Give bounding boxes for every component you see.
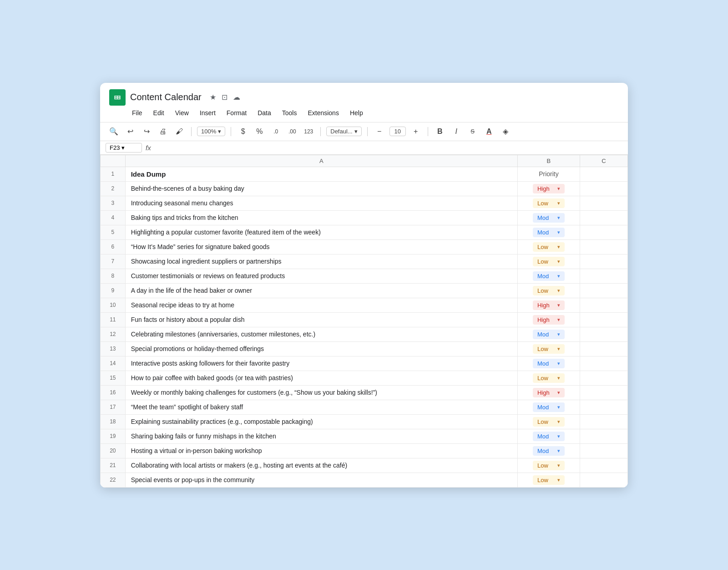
cell-a-20[interactable]: Hosting a virtual or in-person baking wo… <box>125 443 517 458</box>
cell-c-5[interactable] <box>580 225 627 239</box>
zoom-control[interactable]: 100% ▾ <box>197 127 225 136</box>
cell-b-11[interactable]: High▾ <box>518 312 580 327</box>
menu-item-format[interactable]: Format <box>222 107 251 118</box>
cell-a-19[interactable]: Sharing baking fails or funny mishaps in… <box>125 429 517 443</box>
cell-c-18[interactable] <box>580 414 627 429</box>
cell-a-18[interactable]: Explaining sustainability practices (e.g… <box>125 414 517 429</box>
cell-b-7[interactable]: Low▾ <box>518 254 580 269</box>
menu-item-edit[interactable]: Edit <box>149 107 169 118</box>
cell-a-9[interactable]: A day in the life of the head baker or o… <box>125 283 517 298</box>
cell-b-16[interactable]: High▾ <box>518 385 580 400</box>
font-selector[interactable]: Defaul... ▾ <box>326 127 361 136</box>
cell-c-12[interactable] <box>580 327 627 341</box>
priority-badge[interactable]: Mod▾ <box>533 271 565 281</box>
priority-badge[interactable]: Low▾ <box>533 417 565 427</box>
print-icon[interactable]: 🖨 <box>157 125 169 138</box>
cell-c-7[interactable] <box>580 254 627 269</box>
priority-dropdown-arrow[interactable]: ▾ <box>557 200 560 206</box>
priority-badge[interactable]: Low▾ <box>533 257 565 266</box>
cell-c-22[interactable] <box>580 473 627 487</box>
priority-badge[interactable]: Mod▾ <box>533 446 565 456</box>
priority-dropdown-arrow[interactable]: ▾ <box>557 448 560 454</box>
cell-a-21[interactable]: Collaborating with local artists or make… <box>125 458 517 473</box>
cell-b-12[interactable]: Mod▾ <box>518 327 580 341</box>
decimal-less-icon[interactable]: .0 <box>269 125 282 138</box>
cell-c-10[interactable] <box>580 298 627 312</box>
col-c-header[interactable]: C <box>580 155 627 167</box>
cell-c-17[interactable] <box>580 400 627 414</box>
cell-b-2[interactable]: High▾ <box>518 181 580 196</box>
cell-a-11[interactable]: Fun facts or history about a popular dis… <box>125 312 517 327</box>
col-a-header[interactable]: A <box>125 155 517 167</box>
priority-dropdown-arrow[interactable]: ▾ <box>557 419 560 425</box>
priority-badge[interactable]: Mod▾ <box>533 432 565 441</box>
cell-a-13[interactable]: Special promotions or holiday-themed off… <box>125 341 517 356</box>
priority-dropdown-arrow[interactable]: ▾ <box>557 375 560 381</box>
priority-badge[interactable]: Low▾ <box>533 242 565 252</box>
priority-badge[interactable]: Mod▾ <box>533 402 565 412</box>
cell-c-15[interactable] <box>580 371 627 385</box>
cell-c-3[interactable] <box>580 196 627 210</box>
cell-c-8[interactable] <box>580 269 627 283</box>
priority-dropdown-arrow[interactable]: ▾ <box>557 288 560 294</box>
priority-dropdown-arrow[interactable]: ▾ <box>557 404 560 410</box>
cell-b-1[interactable]: Priority <box>518 167 580 181</box>
cell-b-13[interactable]: Low▾ <box>518 341 580 356</box>
priority-badge[interactable]: Low▾ <box>533 461 565 470</box>
font-increase-icon[interactable]: + <box>410 125 422 138</box>
paint-format-icon[interactable]: 🖌 <box>173 125 186 138</box>
italic-button[interactable]: I <box>450 125 463 138</box>
cell-b-5[interactable]: Mod▾ <box>518 225 580 239</box>
priority-badge[interactable]: Low▾ <box>533 286 565 295</box>
search-icon[interactable]: 🔍 <box>107 125 120 138</box>
priority-dropdown-arrow[interactable]: ▾ <box>557 390 560 396</box>
priority-badge[interactable]: Mod▾ <box>533 213 565 223</box>
cell-b-6[interactable]: Low▾ <box>518 239 580 254</box>
cell-a-17[interactable]: “Meet the team” spotlight of bakery staf… <box>125 400 517 414</box>
font-decrease-icon[interactable]: − <box>373 125 386 138</box>
cloud-icon[interactable]: ☁ <box>233 93 240 102</box>
priority-badge[interactable]: Low▾ <box>533 373 565 383</box>
cell-b-15[interactable]: Low▾ <box>518 371 580 385</box>
priority-dropdown-arrow[interactable]: ▾ <box>557 317 560 323</box>
priority-badge[interactable]: High▾ <box>533 300 565 310</box>
star-icon[interactable]: ★ <box>210 93 216 102</box>
priority-dropdown-arrow[interactable]: ▾ <box>557 273 560 279</box>
menu-item-file[interactable]: File <box>127 107 147 118</box>
priority-dropdown-arrow[interactable]: ▾ <box>557 302 560 308</box>
menu-item-help[interactable]: Help <box>345 107 368 118</box>
cell-c-2[interactable] <box>580 181 627 196</box>
cell-c-19[interactable] <box>580 429 627 443</box>
priority-badge[interactable]: High▾ <box>533 315 565 325</box>
cell-c-21[interactable] <box>580 458 627 473</box>
cell-a-16[interactable]: Weekly or monthly baking challenges for … <box>125 385 517 400</box>
fill-color-button[interactable]: ◈ <box>499 125 512 138</box>
menu-item-extensions[interactable]: Extensions <box>303 107 343 118</box>
cell-b-17[interactable]: Mod▾ <box>518 400 580 414</box>
cell-b-22[interactable]: Low▾ <box>518 473 580 487</box>
cell-a-10[interactable]: Seasonal recipe ideas to try at home <box>125 298 517 312</box>
folder-icon[interactable]: ⊡ <box>222 93 228 102</box>
priority-dropdown-arrow[interactable]: ▾ <box>557 186 560 192</box>
priority-badge[interactable]: High▾ <box>533 184 565 193</box>
font-size-input[interactable]: 10 <box>389 127 406 136</box>
priority-dropdown-arrow[interactable]: ▾ <box>557 229 560 235</box>
cell-c-14[interactable] <box>580 356 627 371</box>
priority-badge[interactable]: Low▾ <box>533 475 565 485</box>
cell-b-18[interactable]: Low▾ <box>518 414 580 429</box>
menu-item-data[interactable]: Data <box>253 107 276 118</box>
cell-c-4[interactable] <box>580 210 627 225</box>
cell-c-13[interactable] <box>580 341 627 356</box>
cell-b-9[interactable]: Low▾ <box>518 283 580 298</box>
number-format-icon[interactable]: 123 <box>302 125 315 138</box>
cell-b-10[interactable]: High▾ <box>518 298 580 312</box>
priority-badge[interactable]: High▾ <box>533 388 565 397</box>
bold-button[interactable]: B <box>434 125 446 138</box>
undo-icon[interactable]: ↩ <box>124 125 136 138</box>
cell-a-2[interactable]: Behind-the-scenes of a busy baking day <box>125 181 517 196</box>
cell-b-20[interactable]: Mod▾ <box>518 443 580 458</box>
priority-dropdown-arrow[interactable]: ▾ <box>557 259 560 265</box>
decimal-more-icon[interactable]: .00 <box>286 125 298 138</box>
cell-c-16[interactable] <box>580 385 627 400</box>
cell-c-20[interactable] <box>580 443 627 458</box>
